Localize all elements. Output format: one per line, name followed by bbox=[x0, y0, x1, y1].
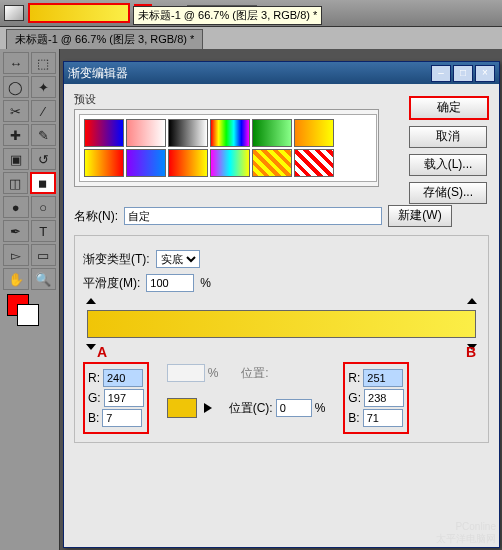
color-chip[interactable] bbox=[167, 398, 197, 418]
g-right-input[interactable] bbox=[364, 389, 404, 407]
type-label: 渐变类型(T): bbox=[83, 251, 150, 268]
r-left-input[interactable] bbox=[103, 369, 143, 387]
eraser-tool[interactable]: ◫ bbox=[3, 172, 28, 194]
gradient-tool[interactable]: ◼ bbox=[30, 172, 57, 194]
rgb-left-group: R: G: B: bbox=[83, 362, 149, 434]
dialog-titlebar[interactable]: 渐变编辑器 – □ × bbox=[64, 62, 499, 84]
preset-swatch[interactable] bbox=[252, 119, 292, 147]
save-button[interactable]: 存储(S)... bbox=[409, 182, 487, 204]
smooth-label: 平滑度(M): bbox=[83, 275, 140, 292]
g-left-input[interactable] bbox=[104, 389, 144, 407]
load-button[interactable]: 载入(L)... bbox=[409, 154, 487, 176]
stamp-tool[interactable]: ▣ bbox=[3, 148, 29, 170]
b-right-input[interactable] bbox=[363, 409, 403, 427]
blur-tool[interactable]: ● bbox=[3, 196, 29, 218]
dialog-buttons: 确定 取消 载入(L)... 存储(S)... bbox=[409, 96, 489, 204]
color-chip-group: %位置: 位置(C): % bbox=[167, 362, 326, 420]
preset-swatch[interactable] bbox=[84, 119, 124, 147]
hand-tool[interactable]: ✋ bbox=[3, 268, 29, 290]
brush-tool[interactable]: ✎ bbox=[31, 124, 57, 146]
b-label: B: bbox=[88, 411, 99, 425]
gradient-bar[interactable] bbox=[87, 310, 476, 338]
preset-grid bbox=[79, 114, 377, 182]
b-left-input[interactable] bbox=[102, 409, 142, 427]
path-tool[interactable]: ▻ bbox=[3, 244, 29, 266]
name-label: 名称(N): bbox=[74, 208, 118, 225]
tool-preset-icon[interactable] bbox=[4, 5, 24, 21]
marker-b: B bbox=[466, 344, 476, 360]
title-tooltip: 未标题-1 @ 66.7% (图层 3, RGB/8) * bbox=[133, 6, 322, 25]
zoom-tool[interactable]: 🔍 bbox=[31, 268, 57, 290]
document-tab-bar: 未标题-1 @ 66.7% (图层 3, RGB/8) * bbox=[0, 27, 502, 49]
marker-a: A bbox=[97, 344, 107, 360]
maximize-icon[interactable]: □ bbox=[453, 65, 473, 82]
disabled-input bbox=[167, 364, 205, 382]
move-tool[interactable]: ↔ bbox=[3, 52, 29, 74]
rgb-right-group: R: G: B: bbox=[343, 362, 409, 434]
close-icon[interactable]: × bbox=[475, 65, 495, 82]
preset-swatch[interactable] bbox=[210, 149, 250, 177]
preset-swatch[interactable] bbox=[252, 149, 292, 177]
preset-swatch[interactable] bbox=[210, 119, 250, 147]
document-tab[interactable]: 未标题-1 @ 66.7% (图层 3, RGB/8) * bbox=[6, 29, 203, 49]
pen-tool[interactable]: ✒ bbox=[3, 220, 29, 242]
preset-swatch[interactable] bbox=[294, 149, 334, 177]
eyedropper-tool[interactable]: ⁄ bbox=[31, 100, 57, 122]
shape-tool[interactable]: ▭ bbox=[31, 244, 57, 266]
marquee-tool[interactable]: ⬚ bbox=[31, 52, 57, 74]
type-select[interactable]: 实底 bbox=[156, 250, 200, 268]
lasso-tool[interactable]: ◯ bbox=[3, 76, 29, 98]
watermark: PConline 太平洋电脑网 bbox=[436, 521, 496, 546]
r-right-input[interactable] bbox=[363, 369, 403, 387]
minimize-icon[interactable]: – bbox=[431, 65, 451, 82]
toolbox: ↔⬚ ◯✦ ✂⁄ ✚✎ ▣↺ ◫◼ ●○ ✒T ▻▭ ✋🔍 bbox=[0, 49, 60, 550]
heal-tool[interactable]: ✚ bbox=[3, 124, 29, 146]
percent-label: % bbox=[200, 276, 211, 290]
dialog-title: 渐变编辑器 bbox=[68, 65, 128, 82]
preset-swatch[interactable] bbox=[168, 149, 208, 177]
opacity-stop-left[interactable] bbox=[86, 298, 96, 310]
preset-swatch[interactable] bbox=[126, 119, 166, 147]
cancel-button[interactable]: 取消 bbox=[409, 126, 487, 148]
preset-panel bbox=[74, 109, 379, 187]
smooth-input[interactable] bbox=[146, 274, 194, 292]
pos-input[interactable] bbox=[276, 399, 312, 417]
preset-swatch[interactable] bbox=[126, 149, 166, 177]
name-input[interactable] bbox=[124, 207, 382, 225]
dodge-tool[interactable]: ○ bbox=[31, 196, 57, 218]
preset-swatch[interactable] bbox=[84, 149, 124, 177]
play-icon[interactable] bbox=[204, 403, 212, 413]
pos-label: 位置(C): bbox=[229, 400, 273, 417]
ok-button[interactable]: 确定 bbox=[409, 96, 489, 120]
g-label: G: bbox=[88, 391, 101, 405]
r-label: R: bbox=[88, 371, 100, 385]
history-brush-tool[interactable]: ↺ bbox=[31, 148, 57, 170]
gradient-editor-dialog: 渐变编辑器 – □ × 预设 确定 取消 载入(L)... 存储(S)... 名… bbox=[63, 61, 500, 548]
preset-swatch[interactable] bbox=[294, 119, 334, 147]
background-color[interactable] bbox=[17, 304, 39, 326]
pos2-label: 位置: bbox=[241, 365, 268, 382]
opacity-stop-right[interactable] bbox=[467, 298, 477, 310]
color-stop-left[interactable] bbox=[86, 338, 96, 350]
new-button[interactable]: 新建(W) bbox=[388, 205, 452, 227]
preset-swatch[interactable] bbox=[168, 119, 208, 147]
gradient-swatch[interactable] bbox=[28, 3, 130, 23]
type-tool[interactable]: T bbox=[31, 220, 57, 242]
crop-tool[interactable]: ✂ bbox=[3, 100, 29, 122]
wand-tool[interactable]: ✦ bbox=[31, 76, 57, 98]
